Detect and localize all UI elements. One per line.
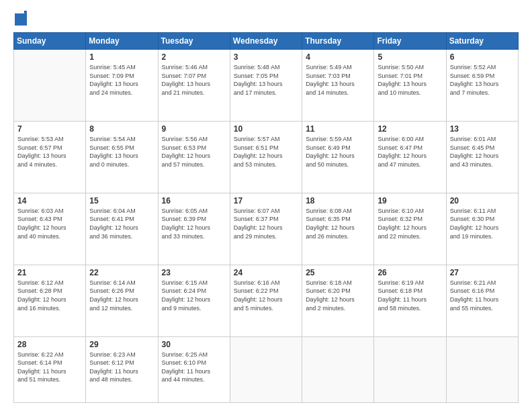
weekday-header-friday: Friday — [374, 33, 446, 50]
day-info: Sunrise: 5:46 AMSunset: 7:07 PMDaylight:… — [162, 63, 226, 97]
day-info: Sunrise: 6:21 AMSunset: 6:16 PMDaylight:… — [450, 279, 515, 312]
calendar-cell: 21Sunrise: 6:12 AMSunset: 6:28 PMDayligh… — [14, 265, 86, 336]
day-info: Sunrise: 6:14 AMSunset: 6:26 PMDaylight:… — [89, 279, 154, 312]
calendar-cell: 23Sunrise: 6:15 AMSunset: 6:24 PMDayligh… — [158, 265, 230, 336]
day-info: Sunrise: 6:15 AMSunset: 6:24 PMDaylight:… — [162, 279, 226, 312]
day-info: Sunrise: 6:11 AMSunset: 6:30 PMDaylight:… — [450, 207, 515, 240]
calendar-cell — [302, 336, 374, 402]
day-number: 21 — [17, 268, 82, 277]
weekday-header-wednesday: Wednesday — [230, 33, 302, 50]
day-number: 13 — [450, 124, 515, 134]
calendar-cell: 19Sunrise: 6:10 AMSunset: 6:32 PMDayligh… — [374, 193, 446, 265]
day-number: 26 — [378, 268, 442, 277]
calendar-cell: 9Sunrise: 5:56 AMSunset: 6:53 PMDaylight… — [158, 121, 230, 193]
day-info: Sunrise: 5:56 AMSunset: 6:53 PMDaylight:… — [162, 135, 226, 169]
calendar-cell — [374, 336, 446, 402]
weekday-header-tuesday: Tuesday — [158, 33, 230, 50]
calendar-cell: 12Sunrise: 6:00 AMSunset: 6:47 PMDayligh… — [374, 121, 446, 193]
day-info: Sunrise: 6:05 AMSunset: 6:39 PMDaylight:… — [162, 207, 226, 240]
calendar-cell: 27Sunrise: 6:21 AMSunset: 6:16 PMDayligh… — [446, 265, 518, 336]
day-number: 2 — [162, 52, 226, 62]
day-info: Sunrise: 6:10 AMSunset: 6:32 PMDaylight:… — [378, 207, 442, 240]
day-number: 12 — [378, 124, 442, 134]
day-number: 19 — [378, 196, 442, 205]
svg-marker-0 — [15, 11, 27, 26]
weekday-header-monday: Monday — [86, 33, 158, 50]
day-number: 29 — [89, 340, 154, 349]
page: SundayMondayTuesdayWednesdayThursdayFrid… — [0, 0, 532, 411]
day-info: Sunrise: 6:18 AMSunset: 6:20 PMDaylight:… — [306, 279, 370, 312]
day-info: Sunrise: 6:07 AMSunset: 6:37 PMDaylight:… — [234, 207, 298, 240]
calendar-cell: 13Sunrise: 6:01 AMSunset: 6:45 PMDayligh… — [446, 121, 518, 193]
day-info: Sunrise: 6:01 AMSunset: 6:45 PMDaylight:… — [450, 135, 515, 169]
day-info: Sunrise: 6:12 AMSunset: 6:28 PMDaylight:… — [17, 279, 82, 312]
day-info: Sunrise: 5:50 AMSunset: 7:01 PMDaylight:… — [378, 63, 442, 97]
day-info: Sunrise: 5:57 AMSunset: 6:51 PMDaylight:… — [234, 135, 298, 169]
calendar-cell: 30Sunrise: 6:25 AMSunset: 6:10 PMDayligh… — [158, 336, 230, 402]
day-info: Sunrise: 5:45 AMSunset: 7:09 PMDaylight:… — [89, 63, 154, 97]
day-info: Sunrise: 6:23 AMSunset: 6:12 PMDaylight:… — [89, 351, 154, 384]
day-number: 25 — [306, 268, 370, 277]
day-number: 10 — [234, 124, 298, 134]
day-number: 6 — [450, 52, 515, 62]
day-number: 1 — [89, 52, 154, 62]
day-info: Sunrise: 6:25 AMSunset: 6:10 PMDaylight:… — [162, 351, 226, 384]
calendar-cell — [230, 336, 302, 402]
day-info: Sunrise: 5:53 AMSunset: 6:57 PMDaylight:… — [17, 135, 82, 169]
day-info: Sunrise: 5:48 AMSunset: 7:05 PMDaylight:… — [234, 63, 298, 97]
day-info: Sunrise: 5:59 AMSunset: 6:49 PMDaylight:… — [306, 135, 370, 169]
day-info: Sunrise: 6:08 AMSunset: 6:35 PMDaylight:… — [306, 207, 370, 240]
calendar-cell: 16Sunrise: 6:05 AMSunset: 6:39 PMDayligh… — [158, 193, 230, 265]
calendar-cell: 5Sunrise: 5:50 AMSunset: 7:01 PMDaylight… — [374, 50, 446, 122]
day-number: 27 — [450, 268, 515, 277]
day-number: 7 — [17, 124, 82, 134]
day-number: 18 — [306, 196, 370, 205]
calendar-cell: 28Sunrise: 6:22 AMSunset: 6:14 PMDayligh… — [14, 336, 86, 402]
logo — [13, 11, 26, 26]
day-number: 17 — [234, 196, 298, 205]
weekday-header-saturday: Saturday — [446, 33, 518, 50]
logo-icon — [15, 11, 27, 26]
calendar-cell: 1Sunrise: 5:45 AMSunset: 7:09 PMDaylight… — [86, 50, 158, 122]
day-info: Sunrise: 5:54 AMSunset: 6:55 PMDaylight:… — [89, 135, 154, 169]
calendar-cell: 29Sunrise: 6:23 AMSunset: 6:12 PMDayligh… — [86, 336, 158, 402]
calendar-cell: 4Sunrise: 5:49 AMSunset: 7:03 PMDaylight… — [302, 50, 374, 122]
day-number: 24 — [234, 268, 298, 277]
calendar-cell: 22Sunrise: 6:14 AMSunset: 6:26 PMDayligh… — [86, 265, 158, 336]
calendar-cell — [446, 336, 518, 402]
day-number: 8 — [89, 124, 154, 134]
calendar-cell: 6Sunrise: 5:52 AMSunset: 6:59 PMDaylight… — [446, 50, 518, 122]
day-info: Sunrise: 6:19 AMSunset: 6:18 PMDaylight:… — [378, 279, 442, 312]
day-number: 20 — [450, 196, 515, 205]
calendar-cell: 10Sunrise: 5:57 AMSunset: 6:51 PMDayligh… — [230, 121, 302, 193]
calendar-table: SundayMondayTuesdayWednesdayThursdayFrid… — [13, 32, 519, 403]
weekday-header-sunday: Sunday — [14, 33, 86, 50]
calendar-cell: 8Sunrise: 5:54 AMSunset: 6:55 PMDaylight… — [86, 121, 158, 193]
day-info: Sunrise: 6:03 AMSunset: 6:43 PMDaylight:… — [17, 207, 82, 240]
calendar-cell: 11Sunrise: 5:59 AMSunset: 6:49 PMDayligh… — [302, 121, 374, 193]
day-number: 9 — [162, 124, 226, 134]
day-number: 22 — [89, 268, 154, 277]
weekday-header-thursday: Thursday — [302, 33, 374, 50]
header — [13, 11, 519, 26]
calendar-cell: 25Sunrise: 6:18 AMSunset: 6:20 PMDayligh… — [302, 265, 374, 336]
day-number: 30 — [162, 340, 226, 349]
calendar-cell: 14Sunrise: 6:03 AMSunset: 6:43 PMDayligh… — [14, 193, 86, 265]
day-info: Sunrise: 5:49 AMSunset: 7:03 PMDaylight:… — [306, 63, 370, 97]
calendar-cell: 15Sunrise: 6:04 AMSunset: 6:41 PMDayligh… — [86, 193, 158, 265]
day-number: 5 — [378, 52, 442, 62]
day-info: Sunrise: 6:16 AMSunset: 6:22 PMDaylight:… — [234, 279, 298, 312]
calendar-cell: 2Sunrise: 5:46 AMSunset: 7:07 PMDaylight… — [158, 50, 230, 122]
day-number: 15 — [89, 196, 154, 205]
calendar-cell: 7Sunrise: 5:53 AMSunset: 6:57 PMDaylight… — [14, 121, 86, 193]
day-number: 11 — [306, 124, 370, 134]
day-number: 23 — [162, 268, 226, 277]
day-info: Sunrise: 6:22 AMSunset: 6:14 PMDaylight:… — [17, 351, 82, 384]
day-info: Sunrise: 6:00 AMSunset: 6:47 PMDaylight:… — [378, 135, 442, 169]
calendar-cell: 18Sunrise: 6:08 AMSunset: 6:35 PMDayligh… — [302, 193, 374, 265]
day-number: 4 — [306, 52, 370, 62]
day-number: 16 — [162, 196, 226, 205]
calendar-cell: 17Sunrise: 6:07 AMSunset: 6:37 PMDayligh… — [230, 193, 302, 265]
day-info: Sunrise: 5:52 AMSunset: 6:59 PMDaylight:… — [450, 63, 515, 97]
day-number: 14 — [17, 196, 82, 205]
